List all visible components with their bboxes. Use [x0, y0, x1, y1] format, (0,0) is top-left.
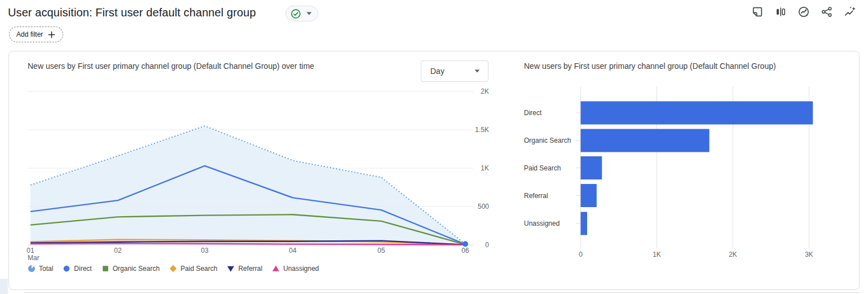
analytics-intelligence-button[interactable] [843, 5, 857, 19]
note-button[interactable] [751, 5, 764, 19]
bar-paid-search[interactable] [581, 156, 602, 179]
add-filter-button[interactable]: Add filter [9, 27, 63, 42]
svg-text:02: 02 [114, 247, 122, 254]
insights-button[interactable] [797, 5, 810, 19]
svg-text:01: 01 [27, 247, 34, 254]
svg-text:1K: 1K [481, 164, 489, 172]
legend-label: Referral [238, 265, 262, 273]
svg-text:Organic Search: Organic Search [524, 137, 571, 144]
bar-organic-search[interactable] [581, 129, 710, 152]
bar-unassigned[interactable] [581, 212, 587, 235]
sparkline-sparkle-icon [844, 6, 856, 18]
legend-label: Total [39, 265, 53, 273]
charts-card: New users by First user primary channel … [8, 51, 860, 290]
next-section-divider [24, 292, 860, 293]
svg-text:2K: 2K [481, 87, 489, 95]
plus-icon [47, 30, 56, 39]
legend-label: Unassigned [283, 265, 319, 273]
svg-text:1K: 1K [653, 251, 661, 258]
svg-text:Unassigned: Unassigned [524, 220, 559, 227]
circle-marker-icon [63, 265, 71, 273]
svg-text:1.5K: 1.5K [475, 126, 489, 134]
svg-text:03: 03 [201, 247, 209, 254]
svg-text:06: 06 [461, 247, 469, 254]
note-icon [751, 6, 764, 18]
legend-item-organic-search[interactable]: Organic Search [102, 265, 160, 273]
svg-text:05: 05 [377, 247, 385, 254]
scallop-marker-icon [28, 265, 36, 273]
report-status-pill[interactable] [285, 6, 318, 21]
add-filter-label: Add filter [16, 30, 43, 38]
legend-item-referral[interactable]: Referral [227, 265, 262, 273]
page-title: User acquisition: First user default cha… [8, 6, 256, 19]
user-acquisition-report: User acquisition: First user default cha… [0, 0, 868, 294]
insights-icon [797, 6, 810, 18]
svg-text:Referral: Referral [524, 192, 548, 200]
legend-item-unassigned[interactable]: Unassigned [272, 265, 319, 273]
svg-text:0: 0 [485, 241, 489, 249]
legend-label: Direct [74, 265, 91, 273]
svg-text:0: 0 [579, 251, 583, 258]
svg-text:500: 500 [478, 203, 489, 210]
bar-direct[interactable] [581, 102, 813, 125]
square-marker-icon [102, 265, 109, 273]
legend-label: Paid Search [180, 265, 217, 273]
chart-legend: TotalDirectOrganic SearchPaid SearchRefe… [28, 265, 319, 273]
check-circle-icon [290, 8, 301, 19]
bar-chart: 01K2K3KDirectOrganic SearchPaid SearchRe… [519, 51, 858, 291]
svg-text:Paid Search: Paid Search [524, 164, 561, 172]
diamond-marker-icon [169, 265, 177, 273]
share-icon [821, 6, 833, 18]
bar-referral[interactable] [581, 184, 597, 207]
report-toolbar [751, 5, 857, 19]
triangle-down-marker-icon [227, 265, 235, 273]
svg-text:04: 04 [289, 247, 297, 254]
svg-text:3K: 3K [805, 251, 813, 258]
page-scroll-gutter [0, 279, 8, 294]
chevron-down-icon [306, 12, 312, 15]
svg-text:Direct: Direct [524, 109, 542, 117]
share-button[interactable] [820, 5, 834, 19]
legend-label: Organic Search [113, 265, 160, 273]
legend-item-total[interactable]: Total [28, 265, 53, 273]
legend-item-direct[interactable]: Direct [63, 265, 91, 273]
legend-item-paid-search[interactable]: Paid Search [169, 265, 217, 273]
svg-text:Mar: Mar [28, 254, 39, 262]
line-chart: 05001K1.5K2K010203040506Mar [9, 51, 500, 291]
comparisons-button[interactable] [774, 5, 787, 19]
svg-text:2K: 2K [729, 251, 737, 258]
triangle-up-marker-icon [272, 265, 280, 273]
comparisons-icon [774, 6, 787, 18]
